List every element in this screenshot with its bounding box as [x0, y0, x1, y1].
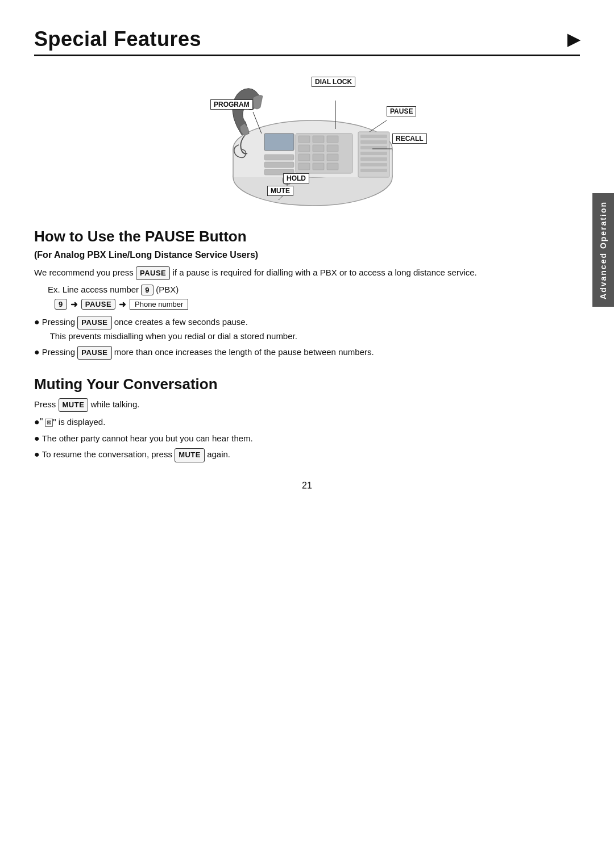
svg-rect-10: [313, 145, 324, 152]
mute-bullet3-before: To resume the conversation, press: [42, 449, 175, 459]
phone-diagram: DIAL LOCK PROGRAM PAUSE RECALL HOLD MUTE: [34, 66, 580, 214]
svg-rect-19: [360, 135, 387, 138]
mute-bullet3-after: again.: [205, 449, 230, 459]
bullet2-dot: ●: [34, 345, 40, 360]
bullet2-key: PAUSE: [77, 346, 111, 360]
svg-rect-22: [360, 152, 387, 155]
svg-rect-27: [264, 155, 294, 160]
mute-body: Press MUTE while talking.: [34, 398, 580, 412]
side-tab: Advanced Operation: [592, 193, 614, 307]
mute-bullet2: ● The other party cannot hear you but yo…: [34, 432, 580, 446]
flow-9-key: 9: [55, 299, 67, 310]
mute-body1-before: Press: [34, 399, 59, 409]
svg-rect-14: [327, 154, 338, 161]
svg-rect-8: [327, 136, 338, 143]
bullet1-sub: This prevents misdialling when you redia…: [50, 331, 297, 341]
example-num: 9: [141, 285, 154, 295]
mute-body1-after: while talking.: [91, 399, 140, 409]
svg-rect-24: [360, 163, 387, 166]
bullet2-before: Pressing: [42, 347, 78, 357]
bullet1-dot: ●: [34, 315, 40, 329]
bullet1-key: PAUSE: [77, 316, 111, 329]
svg-rect-11: [327, 145, 338, 152]
pause-body-text: We recommend you press PAUSE if a pause …: [34, 266, 580, 280]
example-line: Ex. Line access number 9 (PBX): [48, 285, 580, 295]
mute-display-symbol: ⊠: [45, 419, 53, 427]
mute-bullet3-key: MUTE: [175, 448, 205, 462]
arrow-icon: ▶: [567, 30, 580, 49]
svg-rect-6: [298, 136, 310, 143]
mute-label: MUTE: [267, 186, 293, 196]
mute-bullet3-text: To resume the conversation, press MUTE a…: [42, 448, 230, 462]
program-label: PROGRAM: [210, 99, 253, 110]
svg-rect-25: [360, 169, 387, 172]
page-header: Special Features ▶: [34, 27, 580, 56]
page-title: Special Features: [34, 27, 201, 51]
page-container: Special Features ▶: [0, 0, 614, 868]
svg-rect-7: [313, 136, 324, 143]
flow-pause-key: PAUSE: [81, 299, 115, 310]
bullet1-before: Pressing: [42, 317, 78, 327]
mute-bullet3: ● To resume the conversation, press MUTE…: [34, 448, 580, 462]
pause-section-title: How to Use the PAUSE Button: [34, 228, 580, 245]
svg-rect-12: [298, 154, 310, 161]
mute-section-title: Muting Your Conversation: [34, 375, 580, 393]
pause-body1: We recommend you press: [34, 268, 136, 277]
bullet1-text: Pressing PAUSE once creates a few second…: [42, 315, 297, 343]
side-tab-text: Advanced Operation: [599, 201, 608, 299]
mute-bullet3-dot: ●: [34, 448, 40, 462]
svg-rect-16: [313, 163, 324, 170]
recall-label: RECALL: [392, 133, 427, 144]
mute-bullet1-text: " is displayed.: [53, 415, 105, 428]
example-label: Ex. Line access number: [48, 285, 141, 294]
bullet2: ● Pressing PAUSE more than once increase…: [34, 345, 580, 360]
page-number: 21: [34, 481, 580, 491]
flow-arrow1: ➜: [70, 299, 78, 310]
svg-rect-15: [298, 163, 310, 170]
mute-symbol: ⊠: [45, 415, 53, 428]
mute-key-inline: MUTE: [59, 398, 89, 412]
svg-line-33: [370, 120, 387, 132]
svg-rect-26: [264, 133, 294, 151]
mute-bullet2-dot: ●: [34, 432, 40, 446]
bullet2-text: Pressing PAUSE more than once increases …: [42, 345, 374, 360]
mute-section: Muting Your Conversation Press MUTE whil…: [34, 375, 580, 462]
pause-key-inline: PAUSE: [136, 266, 170, 280]
svg-rect-20: [360, 140, 387, 144]
svg-rect-9: [298, 145, 310, 152]
pause-label: PAUSE: [387, 106, 416, 116]
dial-lock-label: DIAL LOCK: [312, 77, 355, 87]
bullet2-after: more than once increases the length of t…: [112, 347, 374, 357]
pause-section: How to Use the PAUSE Button (For Analog …: [34, 228, 580, 360]
pause-body1b: if a pause is required for dialling with…: [172, 268, 476, 277]
svg-rect-17: [327, 163, 338, 170]
flow-diagram: 9 ➜ PAUSE ➜ Phone number: [55, 299, 580, 310]
example-suffix: (PBX): [156, 285, 179, 294]
svg-rect-28: [264, 162, 294, 168]
phone-svg-area: DIAL LOCK PROGRAM PAUSE RECALL HOLD MUTE: [165, 66, 449, 214]
bullet1-after: once creates a few seconds pause.: [112, 317, 248, 327]
svg-rect-13: [313, 154, 324, 161]
mute-bullet1-dot: ●": [34, 415, 43, 429]
bullet1: ● Pressing PAUSE once creates a few seco…: [34, 315, 580, 343]
svg-rect-23: [360, 157, 387, 161]
mute-bullet1: ●" ⊠ " is displayed.: [34, 415, 580, 429]
mute-bullet2-text: The other party cannot hear you but you …: [42, 432, 253, 445]
pause-section-subtitle: (For Analog PBX Line/Long Distance Servi…: [34, 250, 580, 260]
hold-label: HOLD: [283, 173, 309, 183]
flow-phone-number: Phone number: [130, 299, 188, 310]
flow-arrow2: ➜: [119, 299, 126, 310]
